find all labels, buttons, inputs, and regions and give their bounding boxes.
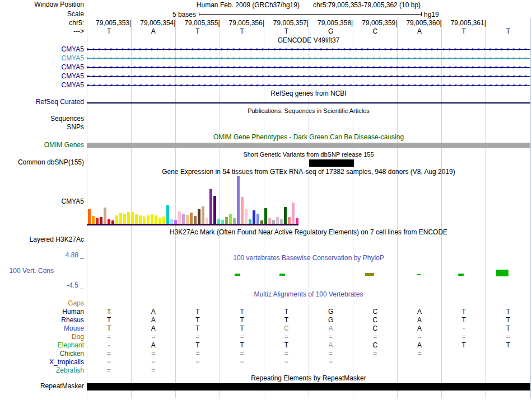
gtex-tissue-bar[interactable] xyxy=(288,217,291,224)
gtex-tissue-bar[interactable] xyxy=(108,219,110,224)
gencode-transcript-line[interactable]: >>>>>>>>>>>>>>>>>>>>>>>>>>>>>>>>>>>>>>>>… xyxy=(87,64,530,71)
gtex-tissue-bar[interactable] xyxy=(182,214,185,224)
track-label-cmya5[interactable]: CMYA5 xyxy=(0,64,84,71)
alignment-base: G xyxy=(309,317,353,324)
window-position-label: Window Position xyxy=(0,1,84,8)
track-label-repeatmasker[interactable]: RepeatMasker xyxy=(0,383,84,390)
gtex-tissue-bar[interactable] xyxy=(194,216,197,224)
gtex-tissue-bar[interactable] xyxy=(162,217,165,224)
gtex-tissue-bar[interactable] xyxy=(264,208,267,224)
gtex-tissue-bar[interactable] xyxy=(123,214,126,224)
gtex-tissue-bar[interactable] xyxy=(186,215,189,224)
species-label-rhesus[interactable]: Rhesus xyxy=(0,317,84,324)
gtex-tissue-bar[interactable] xyxy=(202,206,204,224)
gtex-tissue-bar[interactable] xyxy=(96,218,99,224)
species-label-zebrafish[interactable]: Zebrafish xyxy=(0,367,84,374)
gtex-tissue-bar[interactable] xyxy=(276,217,279,224)
track-label-common-dbsnp[interactable]: Common dbSNP(155) xyxy=(0,159,84,166)
gtex-tissue-bar[interactable] xyxy=(292,203,295,224)
species-label-elephant[interactable]: Elephant xyxy=(0,342,84,349)
gtex-tissue-bar[interactable] xyxy=(100,217,102,224)
gtex-tissue-bar[interactable] xyxy=(174,220,177,224)
track-label-cmya5[interactable]: CMYA5 xyxy=(0,55,84,62)
species-label-human[interactable]: Human xyxy=(0,308,84,316)
species-label-mouse[interactable]: Mouse xyxy=(0,325,84,332)
gtex-tissue-bar[interactable] xyxy=(253,210,255,224)
gtex-tissue-bar[interactable] xyxy=(147,215,150,224)
omim-track-bar[interactable] xyxy=(87,143,530,148)
dbsnp-variant-bar[interactable] xyxy=(309,159,354,167)
gtex-tissue-bar[interactable] xyxy=(170,219,173,224)
alignment-base: A xyxy=(397,342,441,349)
gtex-tissue-bar[interactable] xyxy=(143,217,146,224)
gencode-transcript-line[interactable]: >>>>>>>>>>>>>>>>>>>>>>>>>>>>>>>>>>>>>>>>… xyxy=(87,73,530,80)
gtex-tissue-bar[interactable] xyxy=(92,216,95,224)
track-label-gtex-cmya5[interactable]: CMYA5 xyxy=(0,198,84,205)
track-label-refseq-curated[interactable]: RefSeq Curated xyxy=(0,98,84,106)
gtex-tissue-bar[interactable] xyxy=(221,220,224,224)
gtex-tissue-bar[interactable] xyxy=(229,214,232,224)
alignment-base: A xyxy=(131,325,175,332)
gtex-tissue-bar[interactable] xyxy=(190,213,193,224)
repeatmasker-track-bar[interactable] xyxy=(87,383,530,390)
species-label-chicken[interactable]: Chicken xyxy=(0,350,84,357)
track-label-cmya5[interactable]: CMYA5 xyxy=(0,73,84,80)
alignment-base: T xyxy=(175,317,220,324)
track-label-snps[interactable]: SNPs xyxy=(0,124,84,131)
track-label-cmya5[interactable]: CMYA5 xyxy=(0,46,84,53)
gtex-tissue-bar[interactable] xyxy=(241,197,244,224)
gtex-tissue-bar[interactable] xyxy=(158,218,161,224)
gtex-tissue-bar[interactable] xyxy=(119,213,122,224)
gtex-tissue-bar[interactable] xyxy=(127,212,130,224)
gtex-tissue-bar[interactable] xyxy=(166,205,169,224)
track-label-h3k27ac[interactable]: Layered H3K27Ac xyxy=(0,236,84,243)
gtex-tissue-bar[interactable] xyxy=(198,209,200,224)
gtex-tissue-bar[interactable] xyxy=(139,215,142,224)
gtex-tissue-bar[interactable] xyxy=(284,207,287,224)
gtex-tissue-bar[interactable] xyxy=(272,220,275,224)
gtex-tissue-bar[interactable] xyxy=(115,215,118,224)
track-label-100-vert-cons[interactable]: 100 Vert. Cons xyxy=(0,267,54,275)
gencode-transcript-line[interactable]: >>>>>>>>>>>>>>>>>>>>>>>>>>>>>>>>>>>>>>>>… xyxy=(87,55,530,62)
gtex-tissue-bar[interactable] xyxy=(104,208,106,224)
species-label-x-tropicalis[interactable]: X_tropicalis xyxy=(0,359,84,366)
gtex-tissue-bar[interactable] xyxy=(155,215,157,224)
base-letter: C xyxy=(353,28,397,35)
refseq-track-line[interactable] xyxy=(87,102,530,103)
gtex-tissue-bar[interactable] xyxy=(209,189,212,224)
gtex-tissue-bar[interactable] xyxy=(217,219,220,224)
gtex-tissue-bar[interactable] xyxy=(178,211,181,224)
alignment-base: T xyxy=(486,342,530,349)
alignment-base: T xyxy=(264,317,309,324)
gtex-tissue-bar[interactable] xyxy=(88,209,91,224)
base-letter: A xyxy=(131,28,175,35)
track-label-omim-genes[interactable]: OMIM Genes xyxy=(0,142,84,149)
species-label-gaps[interactable]: Gaps xyxy=(0,300,84,307)
gtex-tissue-bar[interactable] xyxy=(131,212,134,224)
gtex-tissue-bar[interactable] xyxy=(135,214,138,224)
assembly-text: Human Feb. 2009 (GRCh37/hg19) xyxy=(197,1,300,9)
gtex-tissue-bar[interactable] xyxy=(245,209,248,224)
gtex-tissue-bar[interactable] xyxy=(296,218,298,224)
gtex-tissue-bar[interactable] xyxy=(206,218,208,224)
gtex-tissue-bar[interactable] xyxy=(280,219,283,224)
track-label-sequences[interactable]: Sequences xyxy=(0,115,84,123)
assembly-tag: hg19 xyxy=(424,11,439,18)
gtex-tissue-bar[interactable] xyxy=(213,196,216,224)
alignment-base: = xyxy=(264,350,309,357)
track-label-cmya5[interactable]: CMYA5 xyxy=(0,82,84,89)
gtex-tissue-bar[interactable] xyxy=(249,219,251,224)
gtex-tissue-bar[interactable] xyxy=(268,218,271,224)
gtex-tissue-bar[interactable] xyxy=(233,218,236,224)
gtex-tissue-bar[interactable] xyxy=(237,176,240,224)
species-label-dog[interactable]: Dog xyxy=(0,333,84,341)
alignment-base: = xyxy=(175,359,220,366)
alignment-base: C xyxy=(353,342,397,349)
gtex-tissue-bar[interactable] xyxy=(225,217,228,224)
gencode-transcript-line[interactable]: >>>>>>>>>>>>>>>>>>>>>>>>>>>>>>>>>>>>>>>>… xyxy=(87,46,530,53)
gtex-tissue-bar[interactable] xyxy=(256,214,259,224)
conservation-mark xyxy=(458,274,464,276)
gencode-transcript-line[interactable]: >>>>>>>>>>>>>>>>>>>>>>>>>>>>>>>>>>>>>>>>… xyxy=(87,82,530,89)
alignment-base: A xyxy=(397,317,441,324)
gtex-tissue-bar[interactable] xyxy=(151,214,153,224)
